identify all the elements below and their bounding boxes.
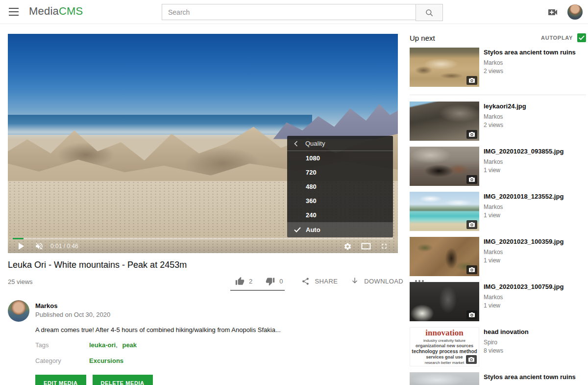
list-item[interactable]: Stylos area ancient town ruins Markos 2 … bbox=[410, 48, 586, 87]
camera-badge bbox=[466, 130, 477, 139]
item-title[interactable]: IMG_20201023_093855.jpg bbox=[484, 147, 585, 155]
checkmark-icon bbox=[579, 35, 585, 40]
list-item[interactable]: IMG_20201023_100359.jpg Markos 1 view bbox=[410, 237, 586, 276]
author-avatar[interactable] bbox=[8, 300, 29, 322]
item-views: 8 views bbox=[484, 347, 585, 354]
item-author[interactable]: Markos bbox=[484, 294, 585, 301]
quality-menu-back[interactable]: Quality bbox=[287, 136, 393, 151]
quality-menu-title: Quality bbox=[305, 140, 325, 147]
delete-media-button[interactable]: DELETE MEDIA bbox=[93, 375, 153, 385]
download-icon bbox=[350, 277, 359, 285]
camera-badge bbox=[466, 355, 477, 364]
list-divider bbox=[410, 95, 586, 95]
gear-icon bbox=[343, 242, 352, 251]
fullscreen-button[interactable] bbox=[380, 242, 388, 250]
list-item[interactable]: innovation industry creativity failure o… bbox=[410, 327, 586, 366]
quality-option-240[interactable]: 240 bbox=[287, 208, 393, 222]
quality-option-auto[interactable]: Auto bbox=[287, 222, 393, 237]
camera-icon bbox=[469, 312, 475, 317]
play-button[interactable] bbox=[19, 243, 24, 250]
item-views: 1 view bbox=[484, 212, 585, 219]
item-author[interactable]: Markos bbox=[484, 204, 585, 210]
tag-link-peak[interactable]: peak bbox=[122, 341, 137, 349]
tags-list: leuka-ori peak bbox=[89, 341, 137, 349]
list-item[interactable]: IMG_20201023_100759.jpg Markos 1 view bbox=[410, 282, 586, 321]
item-author[interactable]: Spiro bbox=[484, 339, 585, 346]
checkmark-icon bbox=[294, 227, 301, 232]
mute-button[interactable] bbox=[35, 242, 44, 251]
item-title[interactable]: leykaori24.jpg bbox=[484, 102, 585, 110]
upload-media-button[interactable] bbox=[547, 6, 559, 18]
thumbnail-img-093855[interactable] bbox=[410, 147, 479, 186]
item-title[interactable]: Stylos area ancient town ruins bbox=[484, 373, 585, 381]
item-author[interactable]: Markos bbox=[484, 158, 585, 165]
item-author[interactable]: Markos bbox=[484, 59, 585, 66]
views-count: 25 views bbox=[8, 278, 33, 285]
list-item[interactable]: Stylos area ancient town ruins bbox=[410, 372, 586, 385]
logo-media-text: Media bbox=[29, 5, 59, 17]
search-icon bbox=[425, 8, 434, 17]
item-title[interactable]: IMG_20201023_100359.jpg bbox=[484, 237, 585, 246]
user-avatar[interactable] bbox=[567, 4, 583, 20]
camera-icon bbox=[469, 267, 475, 272]
quality-option-480[interactable]: 480 bbox=[287, 180, 393, 194]
list-item[interactable]: IMG_20201023_093855.jpg Markos 1 view bbox=[410, 147, 586, 186]
item-author[interactable]: Markos bbox=[484, 113, 585, 120]
menu-icon[interactable] bbox=[9, 8, 19, 16]
settings-button[interactable] bbox=[343, 242, 352, 251]
quality-option-1080[interactable]: 1080 bbox=[287, 151, 393, 165]
item-title[interactable]: head inovation bbox=[484, 328, 585, 336]
thumbnail-wordcloud[interactable]: innovation industry creativity failure o… bbox=[410, 327, 479, 366]
search-input[interactable] bbox=[162, 4, 416, 20]
thumbnail-stylos-ruins-2[interactable] bbox=[410, 372, 479, 385]
list-item[interactable]: IMG_20201018_123552.jpg Markos 1 view bbox=[410, 192, 586, 231]
camera-badge bbox=[466, 220, 477, 229]
thumb-up-icon bbox=[235, 277, 245, 286]
search-button[interactable] bbox=[416, 4, 443, 21]
tags-label: Tags bbox=[35, 341, 49, 349]
media-actions: 2 0 SHARE DOWNLOAD bbox=[230, 273, 424, 289]
item-author[interactable]: Markos bbox=[484, 249, 585, 256]
camera-badge bbox=[466, 175, 477, 184]
autoplay-checkbox[interactable] bbox=[577, 33, 586, 42]
autoplay-label: AUTOPLAY bbox=[541, 35, 573, 41]
dislike-button[interactable]: 0 bbox=[266, 277, 283, 286]
item-title[interactable]: Stylos area ancient town ruins bbox=[484, 48, 585, 56]
edit-media-button[interactable]: EDIT MEDIA bbox=[35, 375, 86, 385]
quality-option-720[interactable]: 720 bbox=[287, 165, 393, 180]
item-views: 1 view bbox=[484, 167, 585, 174]
share-button[interactable]: SHARE bbox=[301, 277, 338, 285]
tag-link-leuka-ori[interactable]: leuka-ori bbox=[89, 341, 121, 349]
camera-icon bbox=[469, 78, 475, 83]
media-title: Leuka Ori - White mountains - Peak at 24… bbox=[8, 260, 321, 270]
category-label: Category bbox=[35, 357, 61, 364]
video-player[interactable]: Quality 1080 720 480 360 240 Auto 0:01 /… bbox=[8, 34, 398, 253]
app-logo[interactable]: MediaCMS bbox=[29, 5, 83, 18]
list-item[interactable]: leykaori24.jpg Markos 2 views bbox=[410, 102, 586, 141]
download-button[interactable]: DOWNLOAD bbox=[350, 277, 403, 285]
thumbnail-stylos-ruins[interactable] bbox=[410, 48, 479, 87]
share-icon bbox=[301, 277, 310, 285]
chevron-left-icon bbox=[294, 141, 298, 147]
thumbnail-leykaori24[interactable] bbox=[410, 102, 479, 141]
item-title[interactable]: IMG_20201018_123552.jpg bbox=[484, 192, 585, 201]
volume-off-icon bbox=[35, 242, 44, 251]
download-label: DOWNLOAD bbox=[364, 278, 403, 285]
logo-cms-text: CMS bbox=[59, 5, 83, 17]
camera-icon bbox=[469, 222, 475, 227]
time-display: 0:01 / 0:46 bbox=[50, 243, 78, 250]
item-views: 1 view bbox=[484, 257, 585, 264]
thumbnail-img-123552[interactable] bbox=[410, 192, 479, 231]
item-views: 2 views bbox=[484, 68, 585, 75]
author-name[interactable]: Markos bbox=[35, 302, 58, 309]
category-link[interactable]: Excursions bbox=[89, 357, 123, 364]
autoplay-control: AUTOPLAY bbox=[541, 33, 586, 42]
camera-badge bbox=[466, 265, 477, 274]
like-button[interactable]: 2 bbox=[235, 277, 252, 286]
theater-mode-button[interactable] bbox=[361, 243, 371, 250]
thumbnail-img-100759[interactable] bbox=[410, 282, 479, 321]
quality-option-360[interactable]: 360 bbox=[287, 194, 393, 208]
item-title[interactable]: IMG_20201023_100759.jpg bbox=[484, 282, 585, 291]
thumbnail-img-100359[interactable] bbox=[410, 237, 479, 276]
thumb-down-icon bbox=[266, 277, 275, 286]
